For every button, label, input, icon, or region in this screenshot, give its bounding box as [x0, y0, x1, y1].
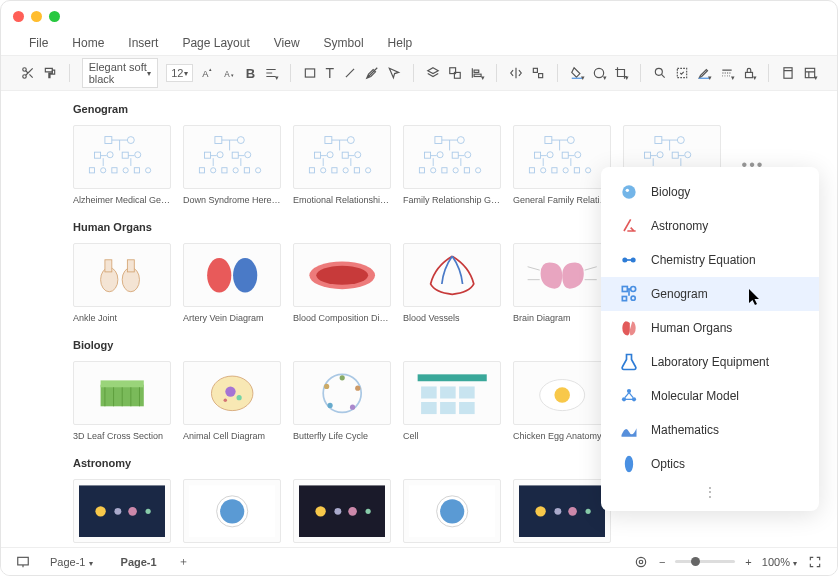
presentation-icon[interactable] — [15, 554, 31, 570]
menu-help[interactable]: Help — [388, 36, 413, 50]
align-icon[interactable] — [264, 65, 278, 81]
svg-rect-26 — [699, 78, 710, 79]
close-button[interactable] — [13, 11, 24, 22]
category-item-biology[interactable]: Biology — [601, 175, 819, 209]
zoom-level[interactable]: 100% ▾ — [762, 556, 797, 568]
maximize-button[interactable] — [49, 11, 60, 22]
svg-rect-40 — [94, 152, 100, 158]
shape-style-icon[interactable] — [592, 65, 606, 81]
svg-rect-212 — [622, 297, 626, 301]
template-card[interactable]: 3D Leaf Cross Section — [73, 361, 171, 441]
target-icon[interactable] — [633, 554, 649, 570]
layout-icon[interactable] — [803, 65, 817, 81]
template-card[interactable]: Blood Vessels — [403, 243, 501, 323]
same-size-icon[interactable] — [531, 65, 545, 81]
category-label: Mathematics — [651, 423, 719, 437]
svg-rect-54 — [215, 136, 222, 143]
lock-icon[interactable] — [742, 65, 756, 81]
svg-point-85 — [320, 167, 325, 172]
crop-icon[interactable] — [614, 65, 628, 81]
menu-page-layout[interactable]: Page Layout — [182, 36, 249, 50]
svg-point-214 — [627, 389, 631, 393]
toolbar: Elegant soft black▾ 12▾ A▴ A▾ B T — [1, 55, 837, 91]
menu-insert[interactable]: Insert — [128, 36, 158, 50]
zoom-slider[interactable] — [675, 560, 735, 563]
line-tool-icon[interactable] — [343, 65, 357, 81]
category-item-laboratory-equipment[interactable]: Laboratory Equipment — [601, 345, 819, 379]
menu-view[interactable]: View — [274, 36, 300, 50]
font-decrease-icon[interactable]: A▾ — [223, 65, 237, 81]
zoom-in-icon[interactable]: + — [745, 556, 751, 568]
template-card[interactable] — [73, 479, 171, 543]
category-dropdown: BiologyAstronomyChemistry EquationGenogr… — [601, 167, 819, 511]
page-icon[interactable] — [781, 65, 795, 81]
cut-icon[interactable] — [21, 65, 35, 81]
fill-color-icon[interactable] — [569, 65, 583, 81]
template-card[interactable]: Family Relationship Genogra... — [403, 125, 501, 205]
category-item-genogram[interactable]: Genogram — [601, 277, 819, 311]
template-card[interactable]: Artery Vein Diagram — [183, 243, 281, 323]
highlight-icon[interactable] — [697, 65, 711, 81]
rectangle-tool-icon[interactable] — [303, 65, 317, 81]
category-icon — [619, 250, 639, 270]
menu-file[interactable]: File — [29, 36, 48, 50]
svg-point-79 — [355, 151, 361, 157]
template-card[interactable]: Down Syndrome Hereditary ... — [183, 125, 281, 205]
format-painter-icon[interactable] — [43, 65, 57, 81]
category-item-optics[interactable]: Optics — [601, 447, 819, 481]
template-card[interactable]: Blood Composition Diagram — [293, 243, 391, 323]
svg-point-220 — [625, 456, 633, 473]
template-card[interactable]: Chicken Egg Anatomy — [513, 361, 611, 441]
template-card[interactable] — [183, 479, 281, 543]
category-item-chemistry-equation[interactable]: Chemistry Equation — [601, 243, 819, 277]
template-card[interactable]: Brain Diagram — [513, 243, 611, 323]
minimize-button[interactable] — [31, 11, 42, 22]
line-style-icon[interactable] — [719, 65, 733, 81]
page-tab[interactable]: Page-1 — [112, 553, 166, 571]
menubar: FileHomeInsertPage LayoutViewSymbolHelp — [1, 31, 837, 55]
template-card[interactable] — [513, 479, 611, 543]
text-tool-icon[interactable]: T — [325, 65, 335, 81]
font-increase-icon[interactable]: A▴ — [201, 65, 215, 81]
template-label: 3D Leaf Cross Section — [73, 431, 171, 441]
template-card[interactable]: Animal Cell Diagram — [183, 361, 281, 441]
select-all-icon[interactable] — [675, 65, 689, 81]
page-selector[interactable]: Page-1 ▾ — [41, 553, 102, 571]
align-objects-icon[interactable] — [470, 65, 484, 81]
pen-tool-icon[interactable] — [365, 65, 379, 81]
pointer-tool-icon[interactable] — [387, 65, 401, 81]
category-item-human-organs[interactable]: Human Organs — [601, 311, 819, 345]
menu-home[interactable]: Home — [72, 36, 104, 50]
template-card[interactable] — [293, 479, 391, 543]
category-item-mathematics[interactable]: Mathematics — [601, 413, 819, 447]
menu-symbol[interactable]: Symbol — [324, 36, 364, 50]
svg-line-24 — [661, 74, 664, 77]
search-icon[interactable] — [653, 65, 667, 81]
group-icon[interactable] — [448, 65, 462, 81]
add-page-icon[interactable]: ＋ — [176, 554, 192, 570]
template-card[interactable]: Ankle Joint — [73, 243, 171, 323]
svg-point-199 — [535, 506, 545, 516]
layers-icon[interactable] — [426, 65, 440, 81]
template-thumbnail — [293, 479, 391, 543]
template-card[interactable]: Emotional Relationship Gen... — [293, 125, 391, 205]
svg-text:A: A — [224, 70, 230, 79]
template-card[interactable]: General Family Relationships ... — [513, 125, 611, 205]
bold-icon[interactable]: B — [245, 65, 255, 81]
font-select[interactable]: Elegant soft black▾ — [82, 58, 159, 88]
font-size-select[interactable]: 12▾ — [166, 64, 193, 82]
template-card[interactable] — [403, 479, 501, 543]
category-item-molecular-model[interactable]: Molecular Model — [601, 379, 819, 413]
zoom-out-icon[interactable]: − — [659, 556, 665, 568]
template-label: Chicken Egg Anatomy — [513, 431, 611, 441]
category-item-astronomy[interactable]: Astronomy — [601, 209, 819, 243]
dropdown-more-icon[interactable]: ⋮ — [601, 481, 819, 503]
template-thumbnail — [183, 361, 281, 425]
svg-point-170 — [350, 404, 355, 409]
flip-horizontal-icon[interactable] — [509, 65, 523, 81]
template-card[interactable]: Butterfly Life Cycle — [293, 361, 391, 441]
fullscreen-icon[interactable] — [807, 554, 823, 570]
template-card[interactable]: Cell — [403, 361, 501, 441]
template-card[interactable]: Alzheimer Medical Genogram — [73, 125, 171, 205]
svg-point-97 — [465, 151, 471, 157]
